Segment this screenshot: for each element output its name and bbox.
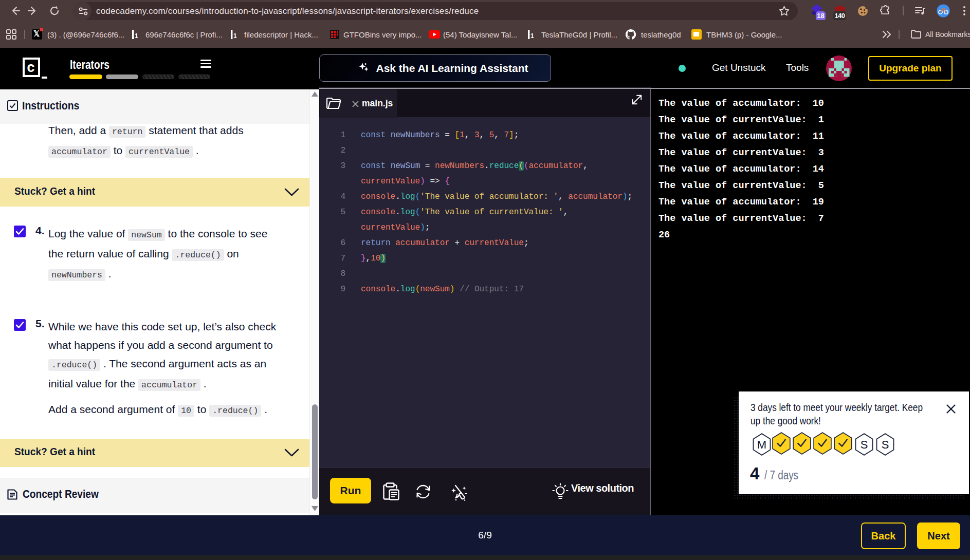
svg-text:1: 1: [233, 32, 237, 39]
svg-text:1: 1: [530, 32, 534, 39]
svg-text:S: S: [882, 438, 889, 451]
svg-text:1: 1: [135, 32, 138, 39]
svg-text:M: M: [757, 438, 766, 451]
svg-text:S: S: [861, 438, 868, 451]
